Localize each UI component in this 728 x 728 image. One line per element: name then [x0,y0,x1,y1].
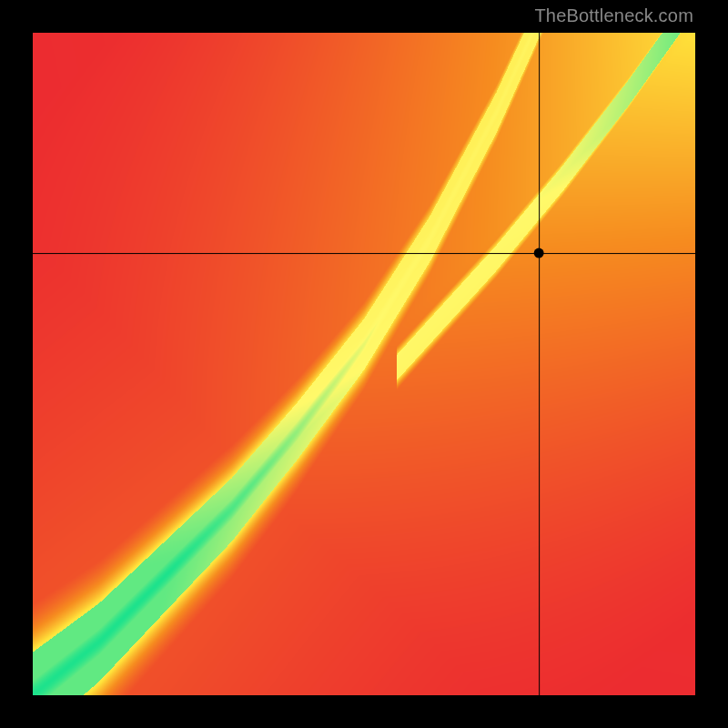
chart-frame: TheBottleneck.com [0,0,728,728]
heatmap-canvas [33,33,695,695]
plot-area [33,33,695,695]
attribution-label: TheBottleneck.com [534,5,693,26]
